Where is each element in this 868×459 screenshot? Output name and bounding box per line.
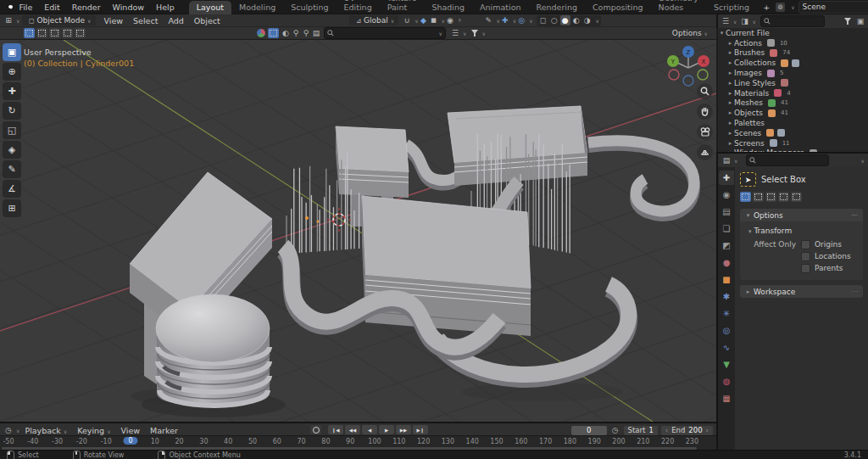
editor-type-icon[interactable]: ⊞ [3,15,14,25]
scene-icon[interactable]: ◍ [776,3,785,12]
outliner-item-materials[interactable]: ▸Materials4 [718,88,868,98]
properties-tab-physics[interactable]: ◎ [719,323,734,338]
stepper-left-icon[interactable]: ‹ [665,426,668,434]
orientation-selector[interactable]: ⊿ Global ∨ [349,15,398,25]
rotate-tool[interactable]: ↻ [3,102,21,120]
outliner-filter-icon[interactable]: ◨ [739,16,749,26]
play-button[interactable]: ▶ [379,425,394,434]
outliner-display-mode-icon[interactable]: ☰ [721,16,731,26]
snap-magnet-icon[interactable]: ∪ [402,15,412,25]
properties-tab-view-layer[interactable]: ❏ [719,221,734,236]
axis-neg-y-ball[interactable] [698,70,708,80]
wireframe-shading-icon[interactable]: ○ [549,15,559,25]
disclosure-triangle-icon[interactable]: ▸ [726,59,734,66]
menu-window[interactable]: Window [107,3,150,12]
axis-neg-x-ball[interactable] [669,70,679,80]
sort-list-icon[interactable]: ☰ [450,28,460,38]
ruler-tick[interactable]: -30 [52,438,63,445]
workspace-tab-sculpting[interactable]: Sculpting [283,1,336,14]
ruler-tick[interactable]: 120 [417,438,430,445]
ruler-tick[interactable]: 80 [321,438,330,445]
ruler-tick[interactable]: 70 [298,438,306,445]
ruler-tick[interactable]: 90 [346,438,354,445]
checkbox-origins[interactable] [801,240,810,249]
disclosure-triangle-icon[interactable]: ▸ [726,109,734,116]
pose-filter-icon[interactable]: ⚲ [301,28,311,38]
workspace-tab-compositing[interactable]: Compositing [585,1,651,14]
object-center-platform[interactable] [362,196,531,336]
workspace-tab-shading[interactable]: Shading [424,1,472,14]
ruler-tick[interactable]: -40 [27,438,38,445]
sphere-filter-icon[interactable]: ◐ [281,28,291,38]
add-cube-tool[interactable]: ⊞ [3,199,21,217]
ruler-tick[interactable]: 40 [224,438,232,445]
properties-tab-texture[interactable]: ▦ [719,391,734,406]
funnel-filter-icon[interactable] [843,17,852,25]
properties-tab-particles[interactable]: ✳ [719,306,734,321]
disclosure-triangle-icon[interactable]: ▾ [718,30,726,36]
outliner-item-line-styles[interactable]: ▸Line Styles [718,78,868,88]
workspace-tab-rendering[interactable]: Rendering [528,1,585,14]
measure-tool[interactable]: ∡ [3,180,21,198]
prev-keyframe-button[interactable]: ◀◀ [345,425,360,434]
properties-tab-constraints[interactable]: ∿ [719,340,734,355]
ruler-tick[interactable]: 130 [442,438,454,445]
properties-tab-material[interactable]: ◍ [719,374,734,389]
disclosure-triangle-icon[interactable]: ▸ [726,80,734,87]
disclosure-triangle-icon[interactable]: ▸ [726,140,734,147]
id-type-icon[interactable] [257,29,265,37]
ruler-tick[interactable]: -10 [101,438,112,445]
frame-end-field[interactable]: ‹ End 200 › [661,426,713,435]
properties-tab-tool[interactable]: ✚ [719,171,734,185]
ruler-tick[interactable]: 230 [686,438,698,445]
transform-subpanel-header[interactable]: ▾ Transform [748,227,860,235]
outliner-root-row[interactable]: ▾ Current File [718,28,868,38]
viewport-3d[interactable]: Z Y X [0,40,716,422]
new-collection-icon[interactable]: ▣ [855,16,865,26]
select-mode-intersect-icon[interactable] [791,192,802,202]
timeline-menu-marker[interactable]: Marker [145,426,183,435]
ruler-tick[interactable]: 110 [392,438,405,445]
ruler-tick[interactable]: 200 [612,438,625,445]
properties-tab-modifiers[interactable]: ✱ [719,289,734,304]
greasepencil-filter-icon[interactable]: ▤ [311,28,321,38]
workspace-tab-scripting[interactable]: Scripting [706,1,757,14]
properties-tab-world[interactable]: ● [719,255,734,270]
ruler-tick[interactable]: 180 [564,438,576,445]
checkbox-locations[interactable] [801,252,810,261]
menu-help[interactable]: Help [150,3,181,12]
timeline-editor-icon[interactable]: ◷ [3,425,14,435]
disclosure-triangle-icon[interactable]: ▸ [726,49,734,56]
record-button[interactable] [310,425,321,434]
pan-hand-icon[interactable] [697,104,713,120]
filter-search-input[interactable]: ∨ [324,27,446,39]
timeline-ruler[interactable]: -50-40-30-20-100102030405060708090100110… [0,435,716,451]
rendered-shading-icon[interactable]: ◑ [582,15,593,25]
ruler-tick[interactable]: 140 [466,438,479,445]
proportional-editing-icon[interactable]: ◉ [445,15,455,25]
viewport-menu-add[interactable]: Add [163,16,188,25]
xray-icon[interactable]: ◻ [538,15,548,25]
frame-start-field[interactable]: Start 1 [624,426,658,435]
funnel-filter-icon[interactable] [470,29,479,37]
ruler-tick[interactable]: 20 [175,438,184,445]
mode-selector[interactable]: ◻ Object Mode ∨ [22,15,95,25]
properties-tab-scene[interactable]: ◩ [719,238,734,253]
menu-file[interactable]: File [13,3,38,12]
auto-keying-clock-icon[interactable]: ◷ [610,425,620,435]
transform-tool[interactable]: ◈ [3,141,21,159]
properties-tab-output[interactable]: ▤ [719,204,734,219]
add-workspace-button[interactable]: + [757,3,776,12]
options-dropdown[interactable]: Options ∨ [672,29,708,37]
panel-drag-grip[interactable]: ⋯ [851,288,859,295]
outliner-item-scenes[interactable]: ▸Scenes [718,128,868,138]
outliner-item-palettes[interactable]: ▸Palettes [718,118,868,128]
armature-filter-icon[interactable]: ⚲ [291,28,301,38]
select-mode-invert-icon[interactable] [778,192,789,202]
axis-neg-z-ball[interactable] [683,76,693,86]
ruler-tick[interactable]: 10 [151,438,159,445]
cursor-tool[interactable]: ⊕ [3,63,21,81]
stepper-right-icon[interactable]: › [706,426,709,434]
select-mode-new-icon[interactable] [740,192,751,202]
ruler-tick[interactable]: 50 [248,438,257,445]
